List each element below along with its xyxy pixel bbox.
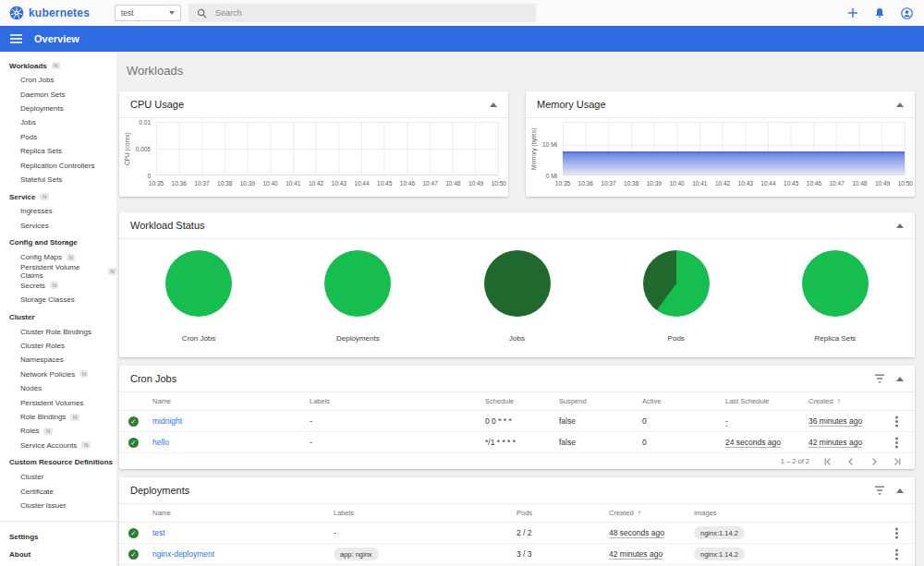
sidebar-item-role-bindings[interactable]: Role BindingsN (0, 410, 116, 424)
sidebar-item-persistent-volumes[interactable]: Persistent Volumes (0, 395, 116, 409)
jobs-pie (484, 250, 551, 317)
deployment-name-link[interactable]: nginx-deployment (152, 549, 334, 559)
col-suspend[interactable]: Suspend (559, 397, 642, 405)
collapse-caret-icon[interactable] (896, 223, 904, 228)
sidebar-item-settings[interactable]: Settings (0, 526, 116, 544)
sidebar-item-about[interactable]: About (0, 544, 116, 561)
cpu-ytick: 0.005 (119, 146, 151, 152)
sidebar-group-workloads[interactable]: Workloads N (0, 55, 116, 73)
sidebar-item-replica-sets[interactable]: Replica Sets (0, 144, 116, 158)
sidebar-group-service[interactable]: Service N (0, 187, 116, 204)
row-actions-kebab-icon[interactable] (895, 441, 898, 444)
sidebar-item-stateful-sets[interactable]: Stateful Sets (0, 173, 116, 187)
sidebar-item-deployments[interactable]: Deployments (0, 102, 116, 115)
menu-hamburger-icon[interactable] (10, 34, 22, 43)
notifications-bell-icon[interactable] (874, 7, 885, 18)
col-name[interactable]: Name (152, 397, 310, 405)
deployment-row: test - 2 / 2 48 seconds ago nginx:1.14.2 (119, 523, 915, 544)
sidebar-item-config-maps[interactable]: Config MapsN (0, 250, 116, 264)
row-actions-kebab-icon[interactable] (895, 532, 898, 535)
col-labels[interactable]: Labels (310, 397, 485, 405)
collapse-caret-icon[interactable] (896, 102, 904, 107)
col-name[interactable]: Name (152, 509, 334, 517)
col-pods[interactable]: Pods (517, 509, 609, 517)
workload-status-cron-jobs: Cron Jobs (119, 250, 278, 343)
gridline (563, 145, 905, 146)
sidebar-item-ingresses[interactable]: Ingresses (0, 204, 116, 218)
last-page-icon[interactable] (893, 457, 902, 466)
cpu-usage-title: CPU Usage (130, 99, 479, 110)
namespaced-badge: N (50, 282, 58, 289)
header-actions (847, 7, 913, 19)
filter-icon[interactable] (874, 486, 885, 495)
previous-page-icon[interactable] (846, 457, 856, 466)
sidebar-item-nodes[interactable]: Nodes (0, 381, 116, 395)
namespaced-badge: N (79, 370, 88, 378)
sidebar-group-custom-resource-definitions[interactable]: Custom Resource Definitions (0, 452, 116, 470)
sidebar-item-namespaces[interactable]: Namespaces (0, 353, 116, 367)
memory-ytick: 10 Mi (526, 141, 557, 148)
namespace-selector[interactable]: test (115, 5, 181, 21)
collapse-caret-icon[interactable] (896, 488, 904, 493)
sidebar-item-network-policies[interactable]: Network PoliciesN (0, 367, 116, 381)
cron-jobs-pie (165, 250, 232, 317)
col-images[interactable]: Images (694, 509, 887, 517)
cpu-x-axis: 10:3510:3610:3710:3810:3910:4010:4110:42… (146, 180, 509, 187)
sidebar-group-cluster[interactable]: Cluster (0, 307, 116, 324)
sidebar-item-crd-cluster[interactable]: Cluster (0, 470, 116, 484)
collapse-caret-icon[interactable] (490, 102, 497, 107)
sidebar-item-jobs[interactable]: Jobs (0, 115, 116, 129)
col-last-schedule[interactable]: Last Schedule (725, 397, 808, 405)
deployments-table-header: Name Labels Pods Created Images (119, 504, 915, 523)
sidebar-item-services[interactable]: Services (0, 219, 116, 233)
kubernetes-logo[interactable]: kubernetes (9, 6, 105, 20)
next-page-icon[interactable] (869, 457, 879, 466)
sidebar-nav: Workloads N Cron Jobs Daemon Sets Deploy… (0, 52, 116, 566)
image-chip: nginx:1.14.2 (694, 548, 745, 560)
filter-icon[interactable] (874, 374, 885, 383)
sidebar-item-storage-classes[interactable]: Storage Classes (0, 293, 116, 307)
col-schedule[interactable]: Schedule (485, 397, 559, 405)
col-created[interactable]: Created (808, 397, 887, 405)
user-account-icon[interactable] (901, 7, 913, 19)
row-actions-kebab-icon[interactable] (895, 553, 898, 556)
brand-text: kubernetes (29, 6, 90, 19)
sidebar-item-daemon-sets[interactable]: Daemon Sets (0, 87, 116, 101)
sidebar-item-crd-cluster-issuer[interactable]: Cluster Issuer (0, 499, 116, 512)
sidebar-item-secrets[interactable]: SecretsN (0, 279, 116, 293)
workload-status-pods: Pods (597, 250, 756, 343)
sidebar-item-roles[interactable]: RolesN (0, 424, 116, 438)
first-page-icon[interactable] (823, 457, 833, 466)
workload-status-deployments: Deployments (278, 250, 437, 343)
sidebar-item-service-accounts[interactable]: Service AccountsN (0, 439, 116, 452)
add-resource-icon[interactable] (847, 7, 858, 18)
deployment-name-link[interactable]: test (152, 528, 334, 537)
col-labels[interactable]: Labels (334, 509, 517, 517)
image-chip: nginx:1.14.2 (694, 526, 745, 539)
workload-status-jobs: Jobs (437, 250, 596, 343)
memory-y-axis-title: Memory (bytes) (530, 122, 537, 175)
chevron-down-icon (169, 11, 175, 15)
sidebar-item-persistent-volume-claims[interactable]: Persistent Volume ClaimsN (0, 264, 116, 278)
cpu-usage-chart: CPU (cores) 0.01 0.005 0 10:3510:3610:37… (119, 118, 508, 197)
deployments-pie (324, 250, 391, 317)
namespaced-badge: N (81, 441, 90, 449)
collapse-caret-icon[interactable] (896, 377, 904, 381)
sidebar-item-cron-jobs[interactable]: Cron Jobs (0, 73, 116, 87)
sidebar-item-crd-certificate[interactable]: Certificate (0, 484, 116, 498)
row-actions-kebab-icon[interactable] (895, 420, 898, 423)
sidebar-item-cluster-roles[interactable]: Cluster Roles (0, 339, 116, 353)
memory-usage-area-series (563, 151, 905, 175)
cpu-ytick: 0.01 (119, 119, 151, 126)
namespaced-badge: N (52, 62, 60, 69)
search-input[interactable] (215, 8, 528, 18)
sidebar-item-replication-controllers[interactable]: Replication Controllers (0, 158, 116, 172)
col-active[interactable]: Active (642, 397, 725, 405)
cpu-usage-card: CPU Usage CPU (cores) 0.01 0.005 0 10:35… (119, 91, 508, 197)
cron-job-name-link[interactable]: midnight (152, 416, 310, 426)
sidebar-group-config-and-storage[interactable]: Config and Storage (0, 233, 116, 250)
sidebar-item-pods[interactable]: Pods (0, 130, 116, 144)
col-created[interactable]: Created (609, 509, 694, 517)
sidebar-item-cluster-role-bindings[interactable]: Cluster Role Bindings (0, 324, 116, 338)
cron-job-name-link[interactable]: hello (152, 438, 310, 447)
